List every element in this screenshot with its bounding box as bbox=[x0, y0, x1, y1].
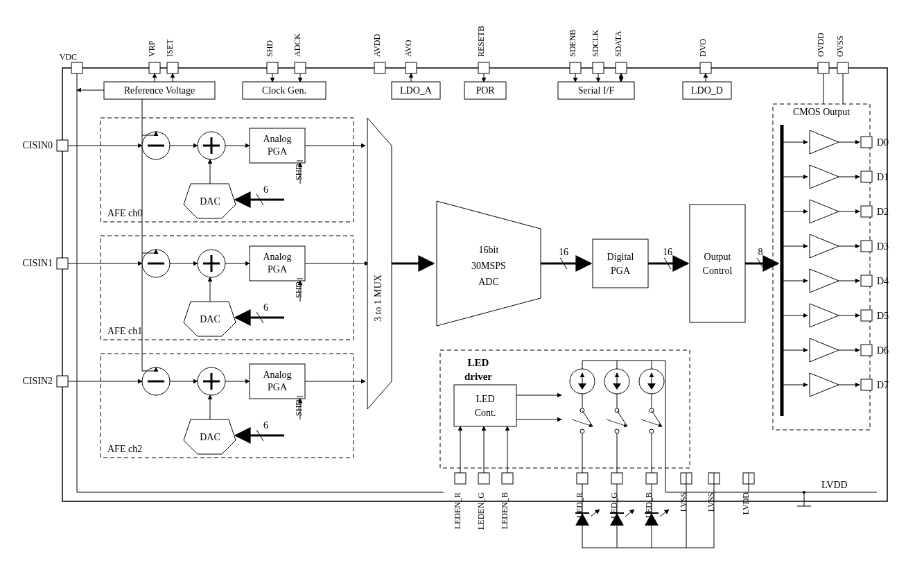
svg-rect-10 bbox=[406, 62, 417, 73]
bus-16-b: 16 bbox=[663, 247, 672, 257]
svg-text:SHD: SHD bbox=[294, 399, 304, 416]
bus-8: 8 bbox=[758, 247, 763, 257]
adc: 16bit 30MSPS ADC 16 bbox=[437, 201, 591, 326]
svg-rect-35 bbox=[57, 140, 68, 151]
pin-d6-label: D6 bbox=[877, 345, 889, 356]
pin-cisin0-label: CISIN0 bbox=[22, 140, 53, 150]
svg-text:Control: Control bbox=[703, 266, 733, 276]
svg-text:6: 6 bbox=[263, 302, 268, 313]
svg-rect-16 bbox=[593, 62, 604, 73]
svg-text:driver: driver bbox=[464, 371, 492, 382]
svg-rect-7 bbox=[295, 62, 306, 73]
svg-rect-192 bbox=[611, 473, 622, 484]
svg-rect-146 bbox=[861, 379, 872, 390]
svg-point-174 bbox=[615, 429, 619, 433]
pin-ovdd-label: OVDD bbox=[816, 33, 826, 57]
pin-d5-label: D5 bbox=[877, 311, 889, 321]
por-label: POR bbox=[476, 85, 495, 96]
left-pins: CISIN0 CISIN1 CISIN2 bbox=[22, 140, 68, 387]
svg-rect-128 bbox=[861, 171, 872, 182]
afe-ch0-label: AFE ch0 bbox=[107, 208, 142, 218]
svg-rect-25 bbox=[837, 62, 848, 73]
svg-rect-193 bbox=[646, 473, 657, 484]
svg-text:Analog: Analog bbox=[263, 134, 291, 144]
cmos-output: CMOS Output D0 D1 bbox=[773, 104, 889, 430]
adc-l1: 16bit bbox=[479, 245, 499, 255]
svg-rect-21 bbox=[700, 62, 711, 73]
svg-rect-111 bbox=[593, 239, 648, 288]
svg-text:PGA: PGA bbox=[611, 266, 631, 276]
pin-d3-label: D3 bbox=[877, 241, 889, 252]
svg-rect-14 bbox=[570, 62, 581, 73]
bus-16-a: 16 bbox=[559, 247, 568, 257]
pin-lvdd2: LVDD bbox=[821, 480, 848, 490]
svg-rect-37 bbox=[57, 376, 68, 387]
svg-text:Output: Output bbox=[704, 252, 731, 262]
svg-line-172 bbox=[617, 410, 627, 426]
pin-lvss2: LVSS bbox=[706, 492, 716, 512]
ldo-d-label: LDO_D bbox=[691, 85, 723, 96]
pin-adck-label: ADCK bbox=[293, 33, 302, 57]
pin-d1-label: D1 bbox=[877, 172, 889, 182]
ldo-a-label: LDO_A bbox=[400, 85, 433, 96]
svg-text:LED: LED bbox=[476, 394, 494, 404]
svg-rect-131 bbox=[861, 206, 872, 217]
pin-leden-b: LEDEN_B bbox=[500, 492, 509, 529]
pin-avdd-label: AVDD bbox=[372, 34, 382, 57]
svg-line-206 bbox=[591, 510, 600, 517]
svg-rect-23 bbox=[818, 62, 829, 73]
svg-line-164 bbox=[572, 419, 593, 426]
clock-gen-label: Clock Gen. bbox=[262, 85, 306, 96]
pin-d0-label: D0 bbox=[877, 137, 889, 148]
afe-ch1-label: AFE ch1 bbox=[107, 326, 142, 336]
svg-rect-3 bbox=[167, 62, 178, 73]
pin-sdata-label: SDATA bbox=[613, 31, 623, 57]
adc-l2: 30MSPS bbox=[471, 261, 506, 271]
pin-avo-label: AVO bbox=[403, 40, 413, 57]
svg-rect-18 bbox=[616, 62, 627, 73]
afe-ch2: AFE ch2 Analog PGA SHD DAC 6 bbox=[68, 354, 365, 458]
pin-d4-label: D4 bbox=[877, 276, 889, 286]
serial-if-label: Serial I/F bbox=[578, 85, 615, 96]
svg-point-183 bbox=[650, 429, 654, 433]
bottom-pins: LEDEN_R LEDEN_G LEDEN_B LED_R LED_G LED_… bbox=[453, 473, 848, 548]
pin-sdenb-label: SDENB bbox=[568, 30, 577, 57]
svg-rect-125 bbox=[861, 137, 872, 148]
pin-vdc-label: VDC bbox=[60, 52, 77, 62]
svg-text:DAC: DAC bbox=[200, 314, 220, 324]
pin-d2-label: D2 bbox=[877, 207, 889, 217]
svg-rect-9 bbox=[374, 62, 385, 73]
svg-rect-188 bbox=[455, 473, 466, 484]
svg-rect-191 bbox=[577, 473, 588, 484]
svg-text:Analog: Analog bbox=[263, 370, 291, 380]
pin-leden-g: LEDEN_G bbox=[476, 492, 486, 530]
pin-sdclk-label: SDCLK bbox=[591, 29, 600, 57]
pin-dvo-label: DVO bbox=[698, 39, 708, 57]
svg-rect-150 bbox=[454, 385, 516, 426]
afe-ch2-label: AFE ch2 bbox=[107, 444, 142, 454]
afe-ch0: AFE ch0 Analog PGA SHD DAC 6 bbox=[68, 118, 365, 222]
svg-line-212 bbox=[660, 510, 669, 517]
svg-line-182 bbox=[641, 419, 662, 426]
svg-text:LED: LED bbox=[468, 357, 489, 368]
pin-leden-r: LEDEN_R bbox=[453, 492, 462, 529]
svg-rect-116 bbox=[690, 205, 745, 322]
svg-line-181 bbox=[652, 410, 662, 426]
led-driver: LED driver LED Cont. bbox=[440, 350, 877, 492]
pin-d7-label: D7 bbox=[877, 380, 889, 390]
svg-rect-134 bbox=[861, 241, 872, 252]
svg-rect-0 bbox=[71, 62, 82, 73]
svg-rect-12 bbox=[478, 62, 489, 73]
svg-text:SHD: SHD bbox=[294, 281, 304, 298]
svg-rect-143 bbox=[861, 345, 872, 356]
pin-ovss-label: OVSS bbox=[835, 35, 845, 57]
svg-rect-140 bbox=[861, 310, 872, 321]
mux: 3 to 1 MUX bbox=[367, 118, 433, 409]
svg-line-209 bbox=[625, 510, 634, 517]
svg-text:DAC: DAC bbox=[200, 196, 220, 207]
pin-lvss1: LVSS bbox=[679, 492, 688, 512]
svg-rect-36 bbox=[57, 258, 68, 269]
pin-lvdd1: LVDD bbox=[741, 492, 751, 515]
pin-iset-label: ISET bbox=[165, 39, 175, 57]
pin-cisin1-label: CISIN1 bbox=[22, 258, 53, 268]
